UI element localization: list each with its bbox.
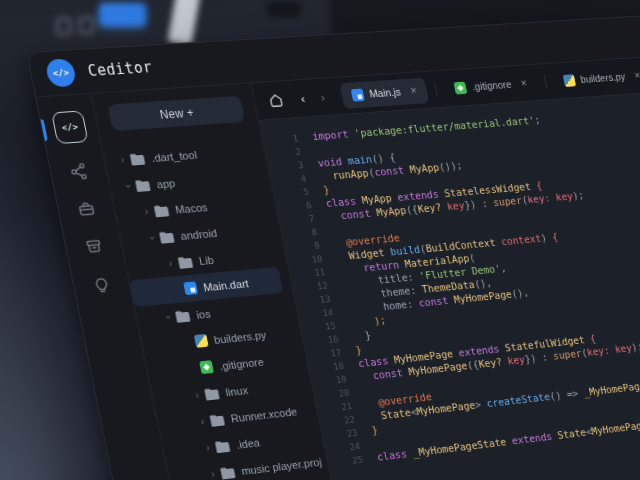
tree-item-label: .dart_tool <box>150 148 198 163</box>
folder-icon <box>158 230 175 243</box>
git-file-icon <box>199 360 214 374</box>
dart-file-icon <box>350 88 364 101</box>
folder-icon <box>174 309 191 322</box>
folder-icon <box>214 439 230 452</box>
tab-separator <box>434 83 438 96</box>
dart-file-icon <box>183 281 198 295</box>
home-icon[interactable] <box>266 91 285 108</box>
chevron-right-icon[interactable]: › <box>201 442 215 454</box>
new-file-button[interactable]: New + <box>108 96 246 131</box>
chevron-right-icon[interactable]: › <box>206 468 220 480</box>
lightbulb-icon[interactable] <box>81 264 122 304</box>
python-file-icon <box>194 334 209 348</box>
tab-label: builders.py <box>579 71 626 85</box>
tree-item-label: Lib <box>198 254 215 267</box>
editor-window: </> Ceditor </> New <box>26 15 640 480</box>
folder-icon <box>177 255 194 268</box>
chevron-right-icon[interactable]: › <box>196 415 210 427</box>
line-content: } <box>352 329 373 344</box>
line-content <box>330 224 333 237</box>
tab-close-icon[interactable]: ✕ <box>409 86 418 96</box>
tree-item-label: .gitignore <box>218 355 265 371</box>
tab-builders-py[interactable]: builders.py✕ <box>552 62 640 93</box>
app-title: Ceditor <box>86 58 154 80</box>
back-chevron-icon[interactable]: ‹ <box>291 91 314 107</box>
folder-icon <box>209 413 225 426</box>
code-icon[interactable]: </> <box>51 110 89 144</box>
chevron-right-icon[interactable]: › <box>164 257 178 269</box>
tree-item-label: Runner.xcode <box>230 405 298 424</box>
tree-item-label: app <box>155 177 176 190</box>
tree-item-label: Macos <box>174 201 208 215</box>
backdrop-light-bar <box>168 0 201 46</box>
line-content <box>373 438 376 451</box>
line-content: } <box>354 344 363 358</box>
backdrop-icon <box>56 18 71 35</box>
line-number: 25 <box>338 453 364 469</box>
chevron-right-icon[interactable]: › <box>190 389 204 401</box>
tree-item-label: Main.dart <box>202 277 249 293</box>
app-logo-icon: </> <box>44 58 77 87</box>
backdrop-pill <box>267 2 301 17</box>
archive-icon[interactable] <box>74 226 115 266</box>
tab-label: .gitignore <box>471 79 512 93</box>
tree-item-label: linux <box>224 384 249 398</box>
chevron-right-icon[interactable]: › <box>140 206 154 218</box>
line-content <box>362 384 365 397</box>
share-nodes-icon[interactable] <box>59 152 100 192</box>
briefcase-icon[interactable] <box>66 189 107 229</box>
git-file-icon <box>453 81 467 94</box>
line-content: } <box>322 184 331 198</box>
tab-close-icon[interactable]: ✕ <box>633 71 640 81</box>
line-content <box>314 144 317 157</box>
chevron-down-icon[interactable]: › <box>146 232 159 245</box>
tree-item-label: .idea <box>235 436 261 450</box>
tree-item-label: builders.py <box>213 329 267 346</box>
backdrop-icon <box>79 17 94 34</box>
line-content: } <box>371 424 380 438</box>
tab-label: Main.js <box>368 86 401 99</box>
tree-item-label: android <box>179 227 218 242</box>
tab-gitignore[interactable]: .gitignore✕ <box>443 70 540 101</box>
chevron-right-icon[interactable]: › <box>116 154 130 166</box>
tab-close-icon[interactable]: ✕ <box>520 78 528 88</box>
tab-main-js[interactable]: Main.js✕ <box>339 77 429 108</box>
folder-icon <box>220 466 236 479</box>
chevron-down-icon[interactable]: › <box>121 180 134 193</box>
backdrop-blue-button <box>99 3 146 27</box>
folder-icon <box>129 152 146 165</box>
chevron-down-icon[interactable]: › <box>162 311 175 324</box>
folder-icon <box>204 387 221 400</box>
screenshot-stage: </> Ceditor </> New <box>0 0 640 480</box>
tab-separator <box>544 75 547 88</box>
folder-icon <box>134 179 151 192</box>
python-file-icon <box>563 74 576 87</box>
tree-item-label: music player.proj <box>240 455 322 476</box>
folder-icon <box>153 204 170 217</box>
tree-item-label: ios <box>195 307 211 320</box>
